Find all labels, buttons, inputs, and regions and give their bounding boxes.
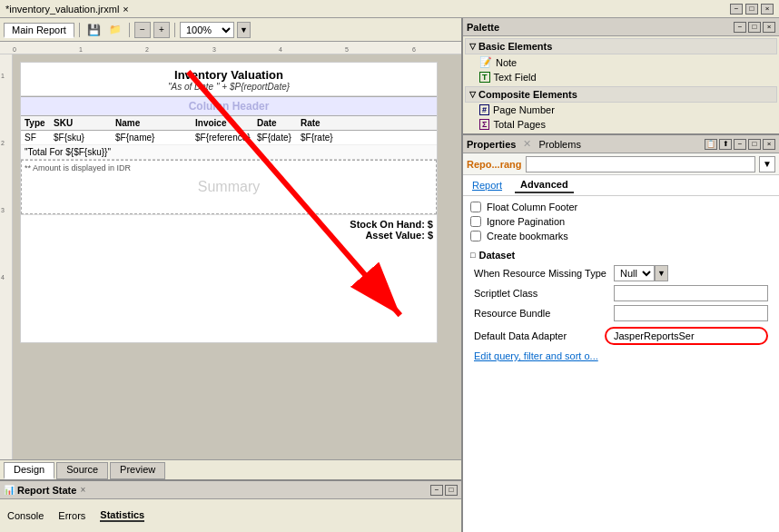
palette-section: Palette − □ × ▽ Basic Elements xyxy=(463,18,779,135)
prop-row-resource-bundle: Resource Bundle xyxy=(467,303,775,323)
report-state-max-btn[interactable]: □ xyxy=(445,485,458,496)
palette-max-btn[interactable]: □ xyxy=(748,22,761,33)
vertical-ruler: 1 2 3 4 xyxy=(0,54,13,459)
scriptlet-input[interactable] xyxy=(614,285,768,301)
resource-type-select[interactable]: Null xyxy=(614,265,655,281)
zoom-out-btn[interactable]: − xyxy=(134,22,151,38)
note-icon: 📝 xyxy=(479,56,492,68)
col-date: Date xyxy=(257,118,301,128)
float-column-footer-checkbox[interactable] xyxy=(470,202,481,212)
col-rate: Rate xyxy=(301,118,337,128)
report-state-panel: 📊 Report State × − □ Console Errors Stat… xyxy=(0,479,461,532)
column-header-band: Column Header xyxy=(21,96,437,116)
chevron-down-icon: ▽ xyxy=(469,42,476,51)
edit-query-row[interactable]: Edit query, filter and sort o... xyxy=(467,349,775,363)
prop-row-scriptlet: Scriptlet Class xyxy=(467,283,775,303)
palette-title: Palette xyxy=(467,22,499,33)
col-type: Type xyxy=(25,118,54,128)
right-panel: Palette − □ × ▽ Basic Elements xyxy=(463,18,779,532)
window-controls: − □ × xyxy=(730,4,774,15)
prop-label: Repo...rang xyxy=(467,159,522,170)
prop-dropdown-btn[interactable]: ▼ xyxy=(759,156,775,172)
prop-row-resource-type: When Resource Missing Type Null ▼ xyxy=(467,263,775,283)
asset-value: Asset Value: $ xyxy=(25,230,433,241)
summary-band: Summary xyxy=(21,160,437,214)
prop-min-btn[interactable]: − xyxy=(734,139,746,150)
resource-type-value: Null ▼ xyxy=(614,265,668,281)
prop-row-default-adapter: Default Data Adapter JasperReportsSer xyxy=(467,323,775,349)
close-btn[interactable]: × xyxy=(761,4,774,15)
properties-controls: 📋 ⬆ − □ × xyxy=(705,139,775,150)
window-title: *inventory_valuation.jrxml xyxy=(5,4,119,15)
save-btn[interactable]: 💾 xyxy=(84,22,104,38)
col-sku: SKU xyxy=(54,118,115,128)
report-state-icon: 📊 xyxy=(4,485,15,495)
report-state-header: 📊 Report State × − □ xyxy=(0,481,461,499)
prop-search-input[interactable] xyxy=(526,156,756,172)
tab-preview[interactable]: Preview xyxy=(110,462,165,479)
palette-min-btn[interactable]: − xyxy=(734,22,746,33)
summary-label: Summary xyxy=(198,179,260,195)
zoom-select[interactable]: 100% xyxy=(180,22,234,38)
checkbox-create-bookmarks: Create bookmarks xyxy=(467,229,775,243)
report-state-tab-console[interactable]: Console xyxy=(7,510,44,521)
toolbar-sep-3 xyxy=(174,23,175,37)
palette-controls: − □ × xyxy=(734,22,775,33)
zoom-in-btn[interactable]: + xyxy=(153,22,170,38)
main-report-tab[interactable]: Main Report xyxy=(4,23,74,38)
default-adapter-value[interactable]: JasperReportsSer xyxy=(605,327,768,345)
checkbox-float-column-footer: Float Column Footer xyxy=(467,200,775,214)
palette-body: ▽ Basic Elements 📝 Note T Text Field xyxy=(463,36,779,133)
palette-category-basic: ▽ Basic Elements 📝 Note T Text Field xyxy=(465,38,777,84)
detail-row: SF $F{sku} $F{name} $F{reference} $F{dat… xyxy=(21,131,437,145)
prop-ctrl-2[interactable]: ⬆ xyxy=(719,139,732,150)
prop-ctrl-1[interactable]: 📋 xyxy=(705,139,717,150)
open-btn[interactable]: 📁 xyxy=(106,22,124,38)
title-bar: *inventory_valuation.jrxml × − □ × xyxy=(0,0,779,18)
checkbox-ignore-pagination: Ignore Pagination xyxy=(467,214,775,229)
pagenumber-icon: # xyxy=(479,104,489,115)
maximize-btn[interactable]: □ xyxy=(745,4,758,15)
report-state-min-btn[interactable]: − xyxy=(430,485,443,496)
stock-on-hand: Stock On Hand: $ xyxy=(25,219,433,230)
resource-bundle-input[interactable] xyxy=(614,305,768,321)
resource-type-dropdown[interactable]: ▼ xyxy=(655,265,668,281)
palette-item-pagenumber[interactable]: # Page Number xyxy=(465,103,777,117)
palette-item-textfield[interactable]: T Text Field xyxy=(465,70,777,84)
scriptlet-label: Scriptlet Class xyxy=(474,288,610,299)
palette-category-composite: ▽ Composite Elements # Page Number Σ Tot… xyxy=(465,86,777,132)
zoom-dropdown-btn[interactable]: ▼ xyxy=(237,22,251,38)
palette-category-basic-header[interactable]: ▽ Basic Elements xyxy=(465,38,777,54)
tab-advanced[interactable]: Advanced xyxy=(515,177,574,193)
palette-header: Palette − □ × xyxy=(463,18,779,36)
prop-max-btn[interactable]: □ xyxy=(748,139,761,150)
prop-close-btn[interactable]: × xyxy=(763,139,775,150)
close-icon[interactable]: × xyxy=(123,4,128,15)
palette-item-note[interactable]: 📝 Note xyxy=(465,54,777,70)
minimize-btn[interactable]: − xyxy=(730,4,743,15)
properties-header: Properties ✕ Problems 📋 ⬆ − □ × xyxy=(463,135,779,153)
resource-type-label: When Resource Missing Type xyxy=(474,268,610,279)
palette-category-composite-header[interactable]: ▽ Composite Elements xyxy=(465,86,777,103)
chevron-down-icon-2: ▽ xyxy=(469,90,476,99)
prop-content-tabs: Report Advanced xyxy=(463,175,779,196)
palette-close-btn[interactable]: × xyxy=(763,22,775,33)
tab-report[interactable]: Report xyxy=(467,178,508,192)
total-label: "Total For ${$F{sku}}" xyxy=(25,147,111,157)
textfield-icon: T xyxy=(479,72,490,83)
dataset-section-header[interactable]: □ Dataset xyxy=(467,247,775,263)
report-canvas[interactable]: Inventory Valuation "As of Date " + $P{r… xyxy=(20,62,438,343)
report-state-tab-errors[interactable]: Errors xyxy=(58,510,85,521)
toolbar-sep-2 xyxy=(129,23,130,37)
tab-source[interactable]: Source xyxy=(56,462,108,479)
create-bookmarks-checkbox[interactable] xyxy=(470,231,481,241)
col-invoice: Invoice xyxy=(195,118,257,128)
problems-tab[interactable]: Problems xyxy=(538,139,580,150)
report-state-tab-statistics[interactable]: Statistics xyxy=(100,509,144,522)
tab-design[interactable]: Design xyxy=(4,462,54,479)
prop-toolbar: Repo...rang ▼ xyxy=(463,153,779,175)
horizontal-ruler: 0 1 2 3 4 5 6 xyxy=(0,42,461,54)
ignore-pagination-checkbox[interactable] xyxy=(470,216,481,227)
properties-section: Properties ✕ Problems 📋 ⬆ − □ × Repo...r… xyxy=(463,135,779,532)
palette-item-totalpages[interactable]: Σ Total Pages xyxy=(465,117,777,132)
